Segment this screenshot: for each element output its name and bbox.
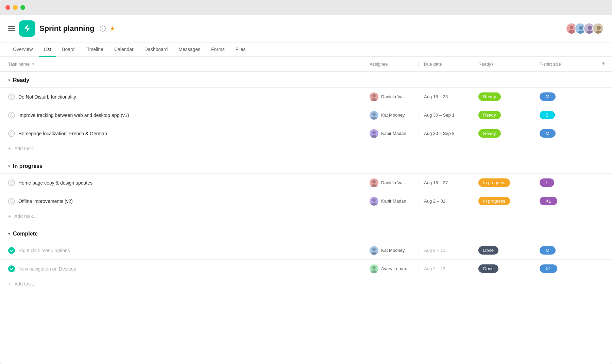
table-row[interactable]: Home page copy & design updates Daniela … — [0, 173, 612, 192]
section-title: Complete — [13, 231, 38, 237]
table-row[interactable]: New navigation on Desktop Avery Lomax Au… — [0, 259, 612, 278]
minimize-dot[interactable] — [13, 5, 18, 10]
project-title: Sprint planning — [39, 24, 94, 33]
task-name: Homepage localization: French & German — [18, 131, 107, 136]
add-task-row[interactable]: +Add task... — [0, 142, 612, 155]
add-task-row[interactable]: +Add task... — [0, 278, 612, 290]
task-name-cell: Right click menu options — [0, 247, 364, 254]
close-dot[interactable] — [5, 5, 10, 10]
tshirt-cell: M — [534, 129, 595, 138]
svg-point-15 — [372, 131, 376, 134]
assignee-cell: Avery Lomax — [364, 264, 418, 273]
svg-point-16 — [371, 135, 377, 138]
add-column-button[interactable]: + — [595, 60, 612, 68]
section-chevron[interactable]: ▾ — [8, 231, 10, 236]
table-row[interactable]: Right click menu options Kat Mooney Aug … — [0, 241, 612, 259]
tab-overview[interactable]: Overview — [8, 42, 37, 57]
tshirt-column-header: T-shirt size — [534, 62, 595, 67]
tshirt-badge: L — [540, 178, 554, 187]
tab-dashboard[interactable]: Dashboard — [140, 42, 173, 57]
table-row[interactable]: Do Not Disturb functionality Daniela Var… — [0, 87, 612, 106]
svg-point-6 — [597, 26, 601, 30]
status-badge: Done — [478, 246, 498, 255]
tab-messages[interactable]: Messages — [174, 42, 205, 57]
status-cell: Ready — [473, 92, 534, 101]
task-checkbox[interactable] — [8, 198, 15, 205]
tab-list[interactable]: List — [39, 42, 56, 57]
avatar — [370, 197, 378, 206]
add-task-plus-icon: + — [8, 146, 11, 151]
tshirt-badge: M — [540, 246, 556, 255]
task-name-cell: Do Not Disturb functionality — [0, 93, 364, 100]
assignee-name: Daniela Var... — [381, 180, 407, 185]
task-name-cell: New navigation on Desktop — [0, 265, 364, 272]
task-name-dropdown-icon[interactable]: ▾ — [32, 62, 34, 66]
add-task-plus-icon: + — [8, 281, 11, 287]
status-badge: Ready — [478, 92, 501, 101]
section-title: Ready — [13, 77, 29, 83]
svg-point-21 — [372, 198, 376, 202]
tab-timeline[interactable]: Timeline — [81, 42, 108, 57]
table-header: Task name ▾ Assignee Due date Ready? T-s… — [0, 57, 612, 72]
task-name: New navigation on Desktop — [18, 266, 76, 272]
due-date-cell: Aug 18 – 23 — [418, 94, 473, 99]
task-name-cell: Improve tracking between web and desktop… — [0, 112, 364, 119]
avatar — [370, 111, 378, 120]
svg-point-24 — [371, 252, 377, 255]
tshirt-badge: XL — [540, 264, 557, 273]
status-badge: Ready — [478, 129, 501, 138]
svg-point-7 — [595, 31, 602, 34]
svg-point-1 — [568, 30, 575, 34]
hamburger-menu-icon[interactable] — [8, 25, 15, 32]
main-window: Sprint planning i ★ — [0, 15, 612, 364]
task-checkbox[interactable] — [8, 179, 15, 186]
svg-point-3 — [578, 31, 584, 34]
app-logo — [19, 20, 35, 37]
due-date-cell: Aug 30 – Sep 8 — [418, 131, 473, 136]
due-date-cell: Aug 2 – 31 — [418, 198, 473, 204]
add-task-label: Add task... — [14, 281, 37, 287]
task-checkbox[interactable] — [8, 247, 15, 254]
avatar[interactable] — [592, 23, 604, 34]
assignee-name: Avery Lomax — [381, 266, 407, 271]
task-checkbox[interactable] — [8, 93, 15, 100]
status-badge: In progress — [478, 197, 510, 205]
assignee-cell: Kat Mooney — [364, 111, 418, 120]
task-name: Right click menu options — [18, 248, 70, 253]
table-row[interactable]: Homepage localization: French & German K… — [0, 124, 612, 142]
task-name-cell: Offline improvements (v2) — [0, 198, 364, 205]
task-checkbox[interactable] — [8, 265, 15, 272]
tab-board[interactable]: Board — [57, 42, 79, 57]
assignee-cell: Kat Mooney — [364, 246, 418, 255]
assignee-cell: Daniela Var... — [364, 178, 418, 187]
star-icon[interactable]: ★ — [110, 25, 115, 32]
task-checkbox[interactable] — [8, 112, 15, 119]
svg-point-17 — [10, 181, 13, 185]
info-icon[interactable]: i — [100, 25, 106, 32]
add-task-row[interactable]: +Add task... — [0, 210, 612, 222]
table-row[interactable]: Offline improvements (v2) Kabir Madan Au… — [0, 192, 612, 210]
section-chevron[interactable]: ▾ — [8, 78, 10, 83]
section-chevron[interactable]: ▾ — [8, 164, 10, 169]
section-header-in-progress: ▾ In progress — [0, 158, 612, 173]
svg-point-26 — [371, 270, 377, 273]
section-title: In progress — [13, 163, 42, 169]
status-cell: Ready — [473, 111, 534, 119]
tab-forms[interactable]: Forms — [206, 42, 230, 57]
tab-calendar[interactable]: Calendar — [109, 42, 138, 57]
svg-point-12 — [372, 112, 376, 116]
task-name-column-header[interactable]: Task name ▾ — [0, 62, 364, 67]
maximize-dot[interactable] — [20, 5, 25, 10]
task-name-cell: Home page copy & design updates — [0, 179, 364, 186]
status-cell: Done — [473, 246, 534, 255]
tab-files[interactable]: Files — [231, 42, 251, 57]
assignee-cell: Kabir Madan — [364, 197, 418, 206]
table-row[interactable]: Improve tracking between web and desktop… — [0, 106, 612, 124]
tshirt-cell: M — [534, 246, 595, 255]
window-chrome — [0, 0, 612, 15]
task-checkbox[interactable] — [8, 130, 15, 137]
avatar — [370, 92, 378, 101]
assignee-name: Kat Mooney — [381, 112, 405, 118]
tshirt-cell: L — [534, 178, 595, 187]
due-date-cell: Aug 18 – 27 — [418, 180, 473, 185]
